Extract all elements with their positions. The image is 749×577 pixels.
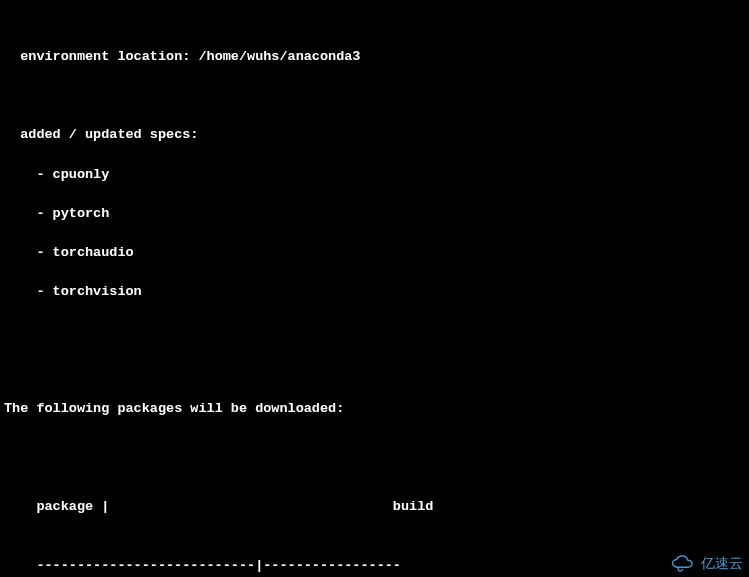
col-header-build: build: [271, 497, 433, 517]
table-header-row: package build: [4, 497, 741, 517]
watermark: 亿速云: [669, 553, 743, 573]
spec-item: - torchvision: [4, 282, 741, 302]
table-divider: ---------------------------|------------…: [4, 556, 741, 576]
download-header: The following packages will be downloade…: [4, 399, 741, 419]
cloud-icon: [669, 554, 697, 572]
spec-item: - pytorch: [4, 204, 741, 224]
col-header-package: package: [4, 497, 271, 517]
spec-item: - cpuonly: [4, 165, 741, 185]
spec-item: - torchaudio: [4, 243, 741, 263]
env-location: environment location: /home/wuhs/anacond…: [4, 47, 741, 67]
watermark-text: 亿速云: [701, 553, 743, 573]
terminal-output: environment location: /home/wuhs/anacond…: [4, 8, 741, 577]
specs-header: added / updated specs:: [4, 125, 741, 145]
